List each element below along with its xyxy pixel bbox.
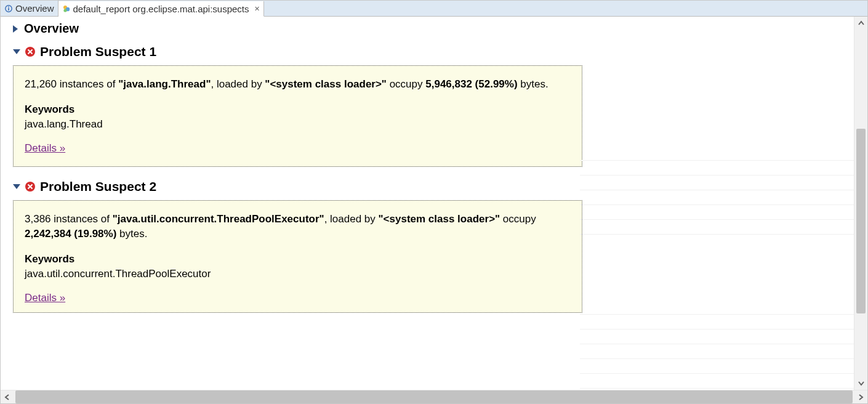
byte-count: 2,242,384 (19.98%): [25, 228, 116, 240]
text: bytes.: [116, 228, 147, 240]
tab-report-label: default_report org.eclipse.mat.api:suspe…: [73, 4, 249, 14]
text: 21,260 instances of: [25, 78, 118, 90]
keywords-value: java.util.concurrent.ThreadPoolExecutor: [25, 267, 571, 282]
overview-title: Overview: [24, 22, 79, 36]
suspect-1-panel: 21,260 instances of "java.lang.Thread", …: [13, 65, 582, 167]
keywords-value: java.lang.Thread: [25, 117, 571, 132]
scroll-right-arrow-icon[interactable]: [854, 390, 867, 403]
scroll-down-arrow-icon[interactable]: [854, 376, 867, 390]
chevron-down-icon: [13, 184, 20, 189]
suspect-1-title: Problem Suspect 1: [40, 44, 156, 59]
details-link[interactable]: Details »: [25, 141, 65, 156]
tab-overview-label: Overview: [15, 3, 54, 14]
scrollbar-thumb[interactable]: [15, 390, 853, 403]
text: , loaded by: [211, 78, 265, 90]
report-viewport: Overview Problem Suspect 1 21,260 instan…: [1, 17, 854, 390]
text: , loaded by: [324, 213, 379, 225]
scrollbar-track[interactable]: [854, 30, 867, 376]
text: occupy: [500, 213, 536, 225]
content-wrap: Overview Problem Suspect 1 21,260 instan…: [1, 17, 867, 390]
report-icon: [62, 4, 71, 13]
vertical-scrollbar[interactable]: [854, 17, 867, 390]
suspect-2-title: Problem Suspect 2: [40, 179, 156, 194]
error-icon: [25, 182, 35, 192]
suspect-2-header[interactable]: Problem Suspect 2: [13, 179, 587, 194]
error-icon: [25, 47, 35, 57]
keywords-heading: Keywords: [25, 102, 571, 118]
info-icon: [4, 4, 13, 13]
text: occupy: [387, 78, 425, 90]
svg-point-5: [63, 9, 66, 12]
keywords-heading: Keywords: [25, 252, 571, 267]
overview-section-header[interactable]: Overview: [13, 22, 587, 36]
class-name: "java.util.concurrent.ThreadPoolExecutor…: [113, 213, 324, 225]
class-name: "java.lang.Thread": [118, 78, 211, 90]
byte-count: 5,946,832 (52.99%): [425, 78, 517, 90]
svg-rect-1: [8, 8, 9, 10]
chevron-right-icon: [13, 25, 18, 33]
suspect-1-header[interactable]: Problem Suspect 1: [13, 44, 587, 59]
tab-default-report[interactable]: default_report org.eclipse.mat.api:suspe…: [58, 1, 264, 17]
loader-name: "<system class loader>": [265, 78, 387, 90]
scrollbar-thumb[interactable]: [856, 129, 866, 313]
ruled-background: [580, 146, 854, 235]
suspect-2-description: 3,386 instances of "java.util.concurrent…: [25, 212, 571, 242]
close-icon[interactable]: ✕: [254, 5, 260, 13]
text: 3,386 instances of: [25, 213, 113, 225]
horizontal-scrollbar[interactable]: [1, 390, 867, 403]
tab-overview[interactable]: Overview: [1, 1, 58, 16]
suspect-2-panel: 3,386 instances of "java.util.concurrent…: [13, 200, 582, 313]
suspect-1-description: 21,260 instances of "java.lang.Thread", …: [25, 77, 571, 92]
details-link[interactable]: Details »: [25, 291, 65, 306]
text: bytes.: [518, 78, 549, 90]
scroll-left-arrow-icon[interactable]: [1, 390, 14, 403]
scroll-up-arrow-icon[interactable]: [854, 17, 867, 30]
svg-rect-2: [8, 6, 9, 7]
chevron-down-icon: [13, 49, 20, 54]
loader-name: "<system class loader>": [379, 213, 500, 225]
ruled-background: [580, 300, 854, 389]
tab-bar: Overview default_report org.eclipse.mat.…: [1, 1, 867, 17]
